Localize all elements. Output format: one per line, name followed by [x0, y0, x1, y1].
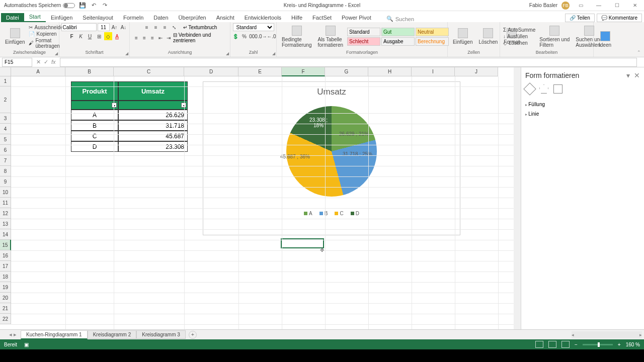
dialog-launcher-icon[interactable]: ◢	[226, 51, 229, 56]
autosave-toggle[interactable]: Automatisches Speichern	[4, 3, 75, 8]
col-header-B[interactable]: B	[65, 67, 114, 76]
effects-icon[interactable]	[539, 84, 548, 94]
horizontal-scrollbar[interactable]: ◂▸	[572, 331, 642, 338]
merge-button[interactable]: ⊟ Verbinden und zentrieren	[173, 32, 227, 43]
tab-seitenlayout[interactable]: Seitenlayout	[77, 13, 118, 22]
sheet-nav-icon[interactable]: ◂ ▸	[9, 331, 17, 338]
grow-font-icon[interactable]: A↑	[111, 23, 119, 31]
style-standard[interactable]: Standard	[347, 28, 380, 36]
row-header-11[interactable]: 11	[0, 198, 11, 208]
row-header-6[interactable]: 6	[0, 145, 11, 155]
col-header-A[interactable]: A	[11, 67, 65, 76]
table-cell[interactable]: 23.308	[118, 141, 188, 152]
col-header-H[interactable]: H	[368, 67, 412, 76]
pane-line[interactable]: Linie	[525, 109, 640, 119]
table-cell[interactable]: A	[71, 110, 118, 120]
insert-cells-button[interactable]: Einfügen	[451, 27, 474, 46]
row-header-18[interactable]: 18	[0, 272, 11, 282]
col-header-G[interactable]: G	[325, 67, 368, 76]
formula-bar[interactable]	[60, 58, 637, 67]
table-cell[interactable]: C	[71, 131, 118, 141]
row-header-1[interactable]: 1	[0, 76, 11, 86]
filter-produkt-button[interactable]: ▾	[112, 103, 117, 108]
user-name[interactable]: Fabio Basler	[529, 3, 557, 8]
tab-formeln[interactable]: Formeln	[118, 13, 148, 22]
conditional-format-button[interactable]: Bedingte Formatierung	[280, 25, 313, 49]
align-right-icon[interactable]: ≡	[149, 34, 156, 42]
col-header-F[interactable]: F	[282, 67, 325, 76]
zoom-in-icon[interactable]: +	[618, 342, 621, 347]
row-header-8[interactable]: 8	[0, 166, 11, 176]
save-icon[interactable]: 💾	[79, 2, 86, 9]
cancel-formula-icon[interactable]: ✕	[36, 59, 41, 65]
row-header-16[interactable]: 16	[0, 250, 11, 261]
search-box[interactable]: 🔍 Suchen	[386, 16, 414, 22]
underline-button[interactable]: U	[86, 32, 94, 40]
col-header-I[interactable]: I	[412, 67, 455, 76]
shrink-font-icon[interactable]: A↓	[120, 23, 128, 31]
indent-inc-icon[interactable]: ⇥	[165, 34, 172, 42]
row-header-15[interactable]: 15	[0, 240, 11, 250]
fx-icon[interactable]: fx	[51, 59, 56, 65]
row-header-2[interactable]: 2	[0, 86, 11, 113]
tab-daten[interactable]: Daten	[148, 13, 173, 22]
row-header-22[interactable]: 22	[0, 314, 11, 324]
col-header-C[interactable]: C	[114, 67, 184, 76]
tab-einfuegen[interactable]: Einfügen	[46, 13, 77, 22]
pane-options-icon[interactable]: ▾	[626, 71, 630, 79]
font-size-select[interactable]	[98, 23, 110, 31]
style-berechnung[interactable]: Berechnung	[416, 37, 449, 46]
add-sheet-button[interactable]: +	[189, 331, 197, 339]
table-cell[interactable]: 26.629	[118, 110, 188, 120]
table-cell[interactable]: 45.687	[118, 131, 188, 141]
bold-button[interactable]: F	[68, 32, 76, 40]
filter-umsatz-button[interactable]: ▾	[181, 103, 186, 108]
sheet-tab-2[interactable]: Kreisdiagramm 2	[88, 330, 137, 339]
macro-record-icon[interactable]: ▣	[24, 342, 29, 347]
name-box[interactable]	[2, 58, 32, 67]
row-header-14[interactable]: 14	[0, 229, 11, 240]
zoom-out-icon[interactable]: −	[575, 342, 578, 347]
tab-entwickler[interactable]: Entwicklertools	[239, 13, 286, 22]
row-header-19[interactable]: 19	[0, 282, 11, 293]
row-header-4[interactable]: 4	[0, 124, 11, 134]
accept-formula-icon[interactable]: ✓	[44, 59, 48, 65]
sort-filter-button[interactable]: Sortieren und Filtern	[537, 25, 572, 49]
fill-line-icon[interactable]	[523, 82, 536, 95]
worksheet[interactable]: ABCDEFGHIJ 12345678910111213141516171819…	[0, 67, 521, 329]
paste-button[interactable]: Einfügen	[3, 27, 27, 46]
align-left-icon[interactable]: ≡	[133, 34, 140, 42]
tab-file[interactable]: Datei	[1, 13, 24, 22]
tab-powerpivot[interactable]: Power Pivot	[337, 13, 376, 22]
zoom-slider[interactable]	[583, 344, 613, 345]
wrap-text-button[interactable]: ↵ Textumbruch	[183, 25, 217, 30]
row-header-7[interactable]: 7	[0, 155, 11, 166]
fill-button[interactable]: ↓ Ausfüllen	[503, 34, 535, 39]
pane-fill[interactable]: Füllung	[525, 100, 640, 109]
col-header-D[interactable]: D	[184, 67, 238, 76]
autosum-button[interactable]: Σ AutoSumme	[503, 27, 535, 33]
row-header-3[interactable]: 3	[0, 113, 11, 124]
size-props-icon[interactable]	[553, 84, 562, 94]
share-button[interactable]: 🔗 Teilen	[565, 14, 595, 22]
select-all-corner[interactable]	[0, 67, 11, 76]
tab-hilfe[interactable]: Hilfe	[286, 13, 307, 22]
format-as-table-button[interactable]: Als Tabelle formatieren	[315, 25, 345, 49]
normal-view-icon[interactable]	[535, 341, 543, 348]
page-break-view-icon[interactable]	[561, 341, 570, 348]
tab-ueberpruefen[interactable]: Überprüfen	[174, 13, 211, 22]
tab-start[interactable]: Start	[24, 12, 46, 22]
orientation-icon[interactable]: ⤡	[170, 23, 178, 31]
percent-icon[interactable]: %	[240, 32, 249, 40]
comments-button[interactable]: 💬 Kommentare	[597, 14, 642, 22]
collapse-ribbon-icon[interactable]: ⌃	[637, 50, 641, 55]
style-schlecht[interactable]: Schlecht	[347, 37, 380, 46]
zoom-level[interactable]: 160 %	[626, 342, 640, 347]
ribbon-options-icon[interactable]: ▭	[574, 1, 588, 11]
minimize-icon[interactable]: —	[592, 1, 606, 11]
style-ausgabe[interactable]: Ausgabe	[381, 37, 415, 46]
row-header-17[interactable]: 17	[0, 261, 11, 272]
row-header-13[interactable]: 13	[0, 219, 11, 229]
dialog-launcher-icon[interactable]: ◢	[272, 51, 275, 56]
align-middle-icon[interactable]: ≡	[152, 23, 160, 31]
